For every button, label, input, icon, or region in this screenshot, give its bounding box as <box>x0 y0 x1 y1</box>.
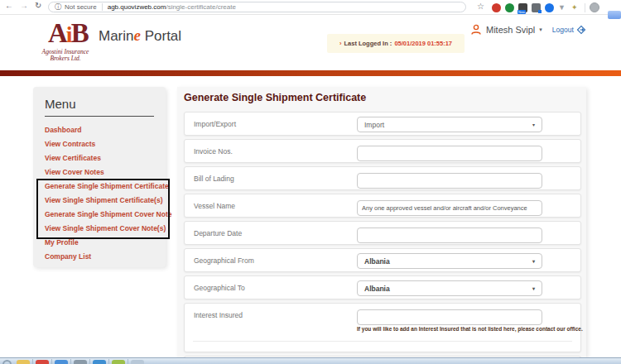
interest-insured-helper-text: If you will like to add an Interest Insu… <box>357 326 583 332</box>
app-header: AiB Agostini Insurance Brokers Ltd. Mari… <box>0 16 621 70</box>
adblock-extension-icon[interactable] <box>492 3 501 12</box>
gray-app-icon[interactable] <box>74 360 87 364</box>
chevron-down-icon: ▾ <box>532 285 535 291</box>
olive-arrow-extension-icon[interactable]: ✦ <box>571 3 580 12</box>
geographical-from-value: Albania <box>364 257 390 266</box>
sidebar-item-generate-single-shipment-cover-note[interactable]: Generate Single Shipment Cover Note <box>45 208 166 222</box>
invoice-nos-input[interactable] <box>357 146 542 161</box>
sidebar-item-company-list[interactable]: Company List <box>45 250 166 264</box>
import-export-label: Import/Export <box>194 120 236 128</box>
taskbar-divider <box>51 359 52 364</box>
header-accent-bar <box>0 70 621 76</box>
new-badge-extension-icon[interactable]: New <box>518 3 527 12</box>
chevron-down-icon[interactable]: ▾ <box>539 26 542 33</box>
blue-app-icon[interactable] <box>93 360 106 364</box>
vessel-name-input[interactable] <box>357 200 542 216</box>
form-row-bill-of-lading: Bill of Lading <box>184 166 581 190</box>
forward-icon[interactable]: → <box>20 1 28 10</box>
sidebar-item-view-single-shipment-cover-note-s[interactable]: View Single Shipment Cover Note(s) <box>45 222 166 236</box>
row-divider <box>193 341 572 342</box>
logout-link[interactable]: Logout <box>552 26 574 34</box>
interest-insured-input[interactable] <box>357 309 542 325</box>
logout-icon[interactable] <box>576 25 586 35</box>
refresh-icon[interactable]: ↻ <box>35 1 41 10</box>
invoice-nos-label: Invoice Nos. <box>194 147 233 156</box>
caret-extension-icon[interactable]: ▼ <box>558 3 567 12</box>
windows-taskbar[interactable] <box>0 357 621 364</box>
taskbar-divider <box>70 359 71 364</box>
chevron-down-icon: ▾ <box>532 122 535 127</box>
geographical-to-select[interactable]: Albania▾ <box>357 280 542 296</box>
form-row-vessel-name: Vessel Name <box>184 194 581 218</box>
toolbar-divider <box>585 3 585 12</box>
form-row-geographical-to: Geographical ToAlbania▾ <box>184 275 581 299</box>
sidebar-links: DashboardView ContractsView Certificates… <box>45 123 166 264</box>
folder-icon[interactable] <box>17 360 30 364</box>
extensions-bar: New▼✦ <box>492 2 599 12</box>
url-path: /single-certificate/create <box>166 3 235 11</box>
import-export-select[interactable]: Import▾ <box>357 117 542 132</box>
user-menu[interactable]: Mitesh Svipl ▾ Logout <box>470 24 586 36</box>
form-row-geographical-from: Geographical FromAlbania▾ <box>184 248 581 272</box>
main-content: Generate Single Shipment Certificate Imp… <box>177 87 586 357</box>
departure-date-input[interactable] <box>357 228 542 243</box>
geographical-to-label: Geographical To <box>194 284 245 292</box>
start-search-icon[interactable] <box>2 360 12 364</box>
page: ← → ↻ ⓘ Not secure agb.quovizweb.com /si… <box>0 0 621 364</box>
address-bar[interactable]: ⓘ Not secure agb.quovizweb.com /single-c… <box>48 2 466 12</box>
security-label: Not secure <box>65 3 97 11</box>
menu-heading: Menu <box>45 97 154 117</box>
back-icon[interactable]: ← <box>5 1 13 10</box>
import-export-value: Import <box>364 121 384 129</box>
info-icon[interactable]: ⓘ <box>55 2 61 12</box>
sidebar: Menu DashboardView ContractsView Certifi… <box>33 87 166 267</box>
sidebar-item-view-certificates[interactable]: View Certificates <box>45 151 166 165</box>
green-app-icon[interactable] <box>112 360 125 364</box>
geographical-to-value: Albania <box>364 285 390 293</box>
bill-of-lading-input[interactable] <box>357 173 542 189</box>
aib-logo[interactable]: AiB <box>48 21 88 47</box>
logo-subtext: Agostini Insurance Brokers Ltd. <box>30 49 101 62</box>
departure-date-label: Departure Date <box>194 229 242 237</box>
eyedropper-extension-icon[interactable] <box>532 3 541 12</box>
page-title: Generate Single Shipment Certificate <box>184 92 586 103</box>
portal-title: Marine Portal <box>99 26 181 45</box>
red-app-icon[interactable] <box>36 360 49 364</box>
geographical-from-select[interactable]: Albania▾ <box>357 253 542 269</box>
sidebar-item-view-contracts[interactable]: View Contracts <box>45 137 166 151</box>
taskbar-divider <box>128 359 128 364</box>
form-row-import-export: Import/ExportImport▾ <box>184 112 581 136</box>
form-row-invoice-nos: Invoice Nos. <box>184 139 581 163</box>
profile-avatar-icon[interactable] <box>590 2 599 12</box>
browser-toolbar: ← → ↻ ⓘ Not secure agb.quovizweb.com /si… <box>0 0 621 15</box>
chevron-down-icon: ▾ <box>532 258 535 264</box>
last-login-banner: › Last Logged In : 05/01/2019 01:55:17 <box>327 34 465 53</box>
user-name[interactable]: Mitesh Svipl <box>486 25 535 35</box>
form-rows: Import/ExportImport▾Invoice Nos.Bill of … <box>184 112 586 352</box>
user-icon <box>470 24 482 36</box>
address-divider <box>102 3 103 11</box>
bookmark-star-icon[interactable]: ☆ <box>477 2 484 11</box>
blue-extension-icon[interactable] <box>545 3 554 12</box>
geographical-from-label: Geographical From <box>194 256 254 265</box>
last-login-label: Last Logged In : <box>344 40 392 47</box>
url-domain: agb.quovizweb.com <box>108 3 166 11</box>
interest-insured-label: Interest Insured <box>194 311 243 319</box>
last-login-value: 05/01/2019 01:55:17 <box>394 40 452 47</box>
chevron-right-icon: › <box>339 40 342 47</box>
bill-of-lading-label: Bill of Lading <box>194 175 234 183</box>
sidebar-item-view-cover-notes[interactable]: View Cover Notes <box>45 165 166 180</box>
form-row-interest-insured: Interest InsuredIf you will like to add … <box>184 303 581 352</box>
window-app-icon[interactable] <box>131 360 144 364</box>
sidebar-item-generate-single-shipment-certificate[interactable]: Generate Single Shipment Certificate <box>45 180 166 194</box>
blue-corner-widget[interactable] <box>608 11 621 19</box>
form-row-departure-date: Departure Date <box>184 221 581 245</box>
sidebar-item-my-profile[interactable]: My Profile <box>45 236 166 250</box>
taskbar-divider <box>108 359 109 364</box>
sidebar-item-view-single-shipment-certificate-s[interactable]: View Single Shipment Certificate(s) <box>45 194 166 208</box>
colorful-app-icon[interactable] <box>55 360 68 364</box>
sidebar-item-dashboard[interactable]: Dashboard <box>45 123 166 137</box>
taskbar-divider <box>89 359 90 364</box>
taskbar-divider <box>32 359 33 364</box>
green-extension-icon[interactable] <box>505 3 514 12</box>
